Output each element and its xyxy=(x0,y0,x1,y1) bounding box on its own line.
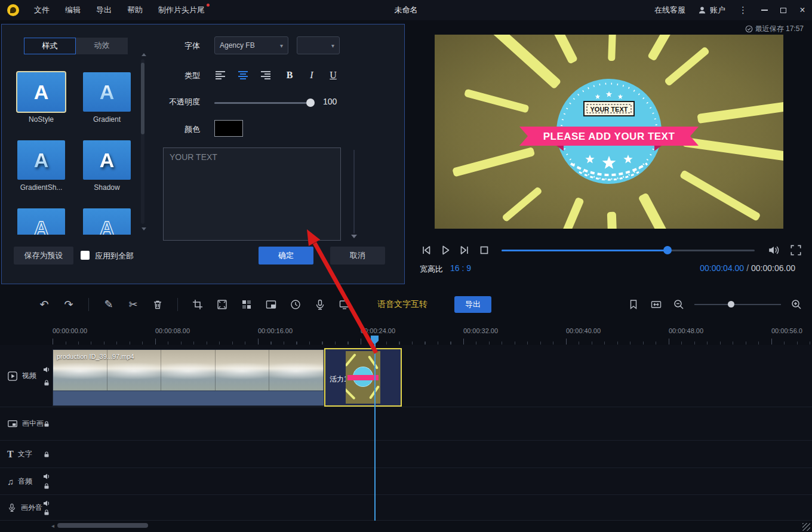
resize-grip-icon[interactable] xyxy=(802,523,810,531)
previous-frame-button[interactable] xyxy=(420,244,433,257)
style-preset-partial[interactable]: A xyxy=(17,208,65,235)
style-preset-shadow[interactable]: A xyxy=(83,140,131,180)
lock-track-icon[interactable] xyxy=(43,482,50,490)
duration-button[interactable] xyxy=(288,297,303,312)
lock-track-icon[interactable] xyxy=(43,451,50,458)
audio-track[interactable]: ♫ 音频 xyxy=(0,468,812,495)
account-button[interactable]: 账户 xyxy=(691,0,731,20)
fit-timeline-button[interactable] xyxy=(649,297,663,312)
ruler-label: 00:00:24.00 xyxy=(361,327,395,334)
panel-scroll-down-icon[interactable] xyxy=(351,235,357,238)
video-clip[interactable]: production ID_39...97.mp4 xyxy=(53,349,324,406)
mute-track-icon[interactable] xyxy=(43,473,50,480)
lock-track-icon[interactable] xyxy=(43,420,50,428)
scroll-up-arrow[interactable] xyxy=(142,53,146,56)
more-menu-icon[interactable]: ⋮ xyxy=(731,5,755,16)
underline-button[interactable]: U xyxy=(326,69,340,82)
italic-button[interactable]: I xyxy=(304,69,319,82)
menu-export[interactable]: 导出 xyxy=(88,0,119,20)
panel-scrollbar[interactable] xyxy=(353,150,355,233)
zoom-out-button[interactable] xyxy=(672,297,686,312)
hscrollbar-thumb[interactable] xyxy=(57,523,148,528)
tab-style[interactable]: 样式 xyxy=(24,38,76,54)
menu-edit[interactable]: 编辑 xyxy=(57,0,88,20)
video-preview: YOUR TEXT PLEASE ADD YOUR TEXT xyxy=(435,35,783,229)
font-size-select[interactable]: ▾ xyxy=(297,36,340,54)
redo-button[interactable]: ↷ xyxy=(61,297,76,312)
cancel-button[interactable]: 取消 xyxy=(330,247,385,265)
undo-button[interactable]: ↶ xyxy=(37,297,51,312)
bold-button[interactable]: B xyxy=(282,69,297,82)
color-label: 颜色 xyxy=(150,124,200,135)
align-left-button[interactable] xyxy=(213,69,227,82)
scrollbar-thumb[interactable] xyxy=(141,63,144,134)
style-preset-gradientshadow[interactable]: A xyxy=(17,140,65,180)
timeline-zoom-slider[interactable] xyxy=(694,304,781,305)
save-preset-button[interactable]: 保存为预设 xyxy=(14,247,73,265)
edit-button[interactable]: ✎ xyxy=(102,297,116,312)
fullscreen-icon[interactable] xyxy=(789,244,802,257)
menu-help[interactable]: 帮助 xyxy=(119,0,150,20)
menu-intro-outro[interactable]: 制作片头片尾 xyxy=(150,0,213,20)
timeline-ruler[interactable]: 00:00:00.00 00:00:08.00 00:00:16.00 00:0… xyxy=(0,319,812,345)
lock-track-icon[interactable] xyxy=(43,379,50,386)
zoom-in-button[interactable] xyxy=(789,297,804,312)
opacity-slider-handle[interactable] xyxy=(306,99,315,107)
online-support-link[interactable]: 在线客服 xyxy=(648,0,691,20)
clip-filename: production ID_39...97.mp4 xyxy=(57,353,134,360)
chevron-down-icon: ▾ xyxy=(331,42,334,49)
delete-button[interactable] xyxy=(150,297,165,312)
lock-track-icon[interactable] xyxy=(43,509,50,516)
screen-record-button[interactable] xyxy=(337,297,352,312)
volume-icon[interactable] xyxy=(768,244,781,257)
video-track[interactable]: 视频 production ID_39...97.mp4 活力1 xyxy=(0,345,812,407)
seek-bar[interactable] xyxy=(502,250,755,251)
opacity-slider[interactable] xyxy=(214,102,313,104)
export-button[interactable]: 导出 xyxy=(454,296,491,313)
mute-track-icon[interactable] xyxy=(43,366,50,373)
font-select[interactable]: Agency FB ▾ xyxy=(214,36,288,54)
timeline-tracks: 视频 production ID_39...97.mp4 活力1 xyxy=(0,345,812,521)
overlay-button[interactable] xyxy=(264,297,278,312)
confirm-button[interactable]: 确定 xyxy=(259,247,313,265)
align-center-button[interactable] xyxy=(236,69,250,82)
maximize-icon xyxy=(780,8,786,13)
scroll-left-icon[interactable]: ◂ xyxy=(51,522,54,529)
voiceover-track[interactable]: 画外音 xyxy=(0,495,812,521)
zoom-slider-handle[interactable] xyxy=(728,301,734,307)
seek-bar-handle[interactable] xyxy=(663,246,672,254)
tab-motion[interactable]: 动效 xyxy=(76,38,128,54)
color-swatch[interactable] xyxy=(214,120,243,137)
minimize-button[interactable] xyxy=(755,0,774,20)
style-preset-gradient[interactable]: A xyxy=(83,72,131,112)
mosaic-button[interactable] xyxy=(239,297,254,312)
split-button[interactable]: ✂ xyxy=(126,297,140,312)
style-grid-scrollbar[interactable] xyxy=(141,59,144,224)
text-effect-clip-selected[interactable]: 活力1 xyxy=(324,348,402,407)
close-button[interactable]: × xyxy=(793,0,812,20)
pip-track[interactable]: 画中画 xyxy=(0,407,812,441)
speech-text-convert-button[interactable]: 语音文字互转 xyxy=(377,299,427,310)
zoom-effect-button[interactable] xyxy=(215,297,229,312)
stop-button[interactable] xyxy=(478,244,491,257)
style-preset-nostyle[interactable]: A xyxy=(17,72,65,112)
text-input[interactable] xyxy=(163,147,341,241)
toolbar-divider xyxy=(177,298,178,311)
text-track[interactable]: T 文字 xyxy=(0,441,812,468)
next-frame-button[interactable] xyxy=(458,244,471,257)
maximize-button[interactable] xyxy=(774,0,793,20)
mute-track-icon[interactable] xyxy=(43,500,50,507)
marker-button[interactable] xyxy=(626,297,641,312)
menu-file[interactable]: 文件 xyxy=(26,0,57,20)
check-circle-icon xyxy=(745,25,753,33)
timeline-hscrollbar[interactable]: ◂ xyxy=(53,522,812,529)
style-preset-partial[interactable]: A xyxy=(83,208,131,235)
playhead-line[interactable] xyxy=(374,344,376,521)
apply-all-checkbox[interactable] xyxy=(81,251,90,260)
align-right-button[interactable] xyxy=(259,69,273,82)
record-voiceover-button[interactable] xyxy=(313,297,327,312)
crop-button[interactable] xyxy=(190,297,205,312)
play-button[interactable] xyxy=(439,244,452,257)
aspect-ratio-value[interactable]: 16 : 9 xyxy=(450,263,471,273)
scroll-down-arrow[interactable] xyxy=(142,227,146,230)
